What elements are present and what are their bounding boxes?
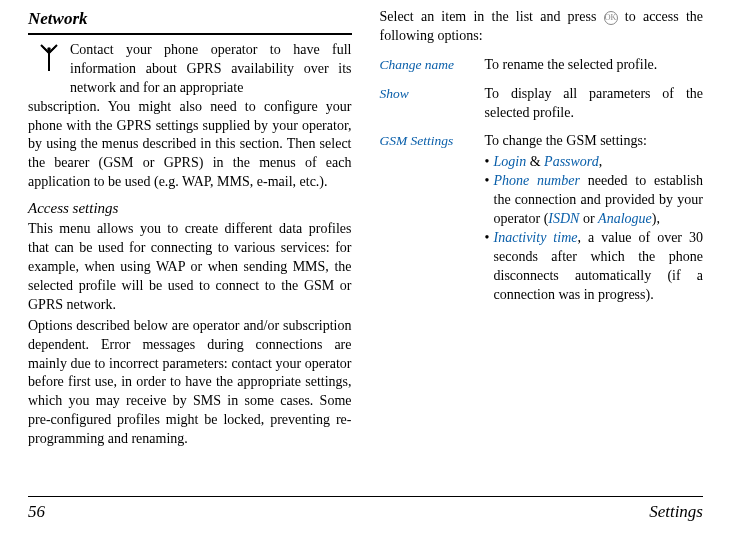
gsm-def-text: To change the GSM settings: [485, 133, 647, 148]
bullet-login: Login & Password, [485, 153, 704, 172]
row-gsm-settings: GSM Settings To change the GSM settings:… [380, 132, 704, 304]
bullet-inactivity: Inactivity time, a value of over 30 seco… [485, 229, 704, 305]
access-settings-p2: Options described below are operator and… [28, 317, 352, 449]
b1-tail: , [599, 154, 603, 169]
def-gsm-settings: To change the GSM settings: Login & Pass… [485, 132, 704, 304]
password-label: Password [544, 154, 599, 169]
term-show: Show [380, 85, 475, 103]
ok-icon: OK [604, 11, 618, 25]
b2-tail: ), [652, 211, 660, 226]
network-intro-indent: Contact your phone operator to have full… [70, 41, 352, 98]
term-gsm-settings: GSM Settings [380, 132, 475, 150]
page-footer: 56 Settings [28, 496, 703, 524]
svg-point-0 [47, 47, 51, 51]
section-name: Settings [649, 501, 703, 524]
options-intro: Select an item in the list and press OK … [380, 8, 704, 46]
def-show: To display all parameters of the selecte… [485, 85, 704, 123]
inactivity-label: Inactivity time [494, 230, 578, 245]
isdn-label: ISDN [548, 211, 579, 226]
network-heading: Network [28, 8, 352, 35]
access-settings-heading: Access settings [28, 198, 352, 218]
bullet-phone: Phone number needed to establish the con… [485, 172, 704, 229]
antenna-icon [28, 41, 70, 71]
analogue-label: Analogue [598, 211, 652, 226]
access-settings-p1: This menu allows you to create different… [28, 220, 352, 314]
term-change-name: Change name [380, 56, 475, 74]
amp-text: & [526, 154, 544, 169]
or-text: or [579, 211, 598, 226]
row-show: Show To display all parameters of the se… [380, 85, 704, 123]
login-label: Login [494, 154, 527, 169]
def-change-name: To rename the selected profile. [485, 56, 704, 75]
row-change-name: Change name To rename the selected profi… [380, 56, 704, 75]
page-number: 56 [28, 501, 45, 524]
intro-text-a: Select an item in the list and press [380, 9, 604, 24]
network-intro-rest: subscription. You might also need to con… [28, 98, 352, 192]
left-column: Network Contact your phone operator to h… [28, 8, 352, 488]
right-column: Select an item in the list and press OK … [380, 8, 704, 488]
phone-number-label: Phone number [494, 173, 580, 188]
